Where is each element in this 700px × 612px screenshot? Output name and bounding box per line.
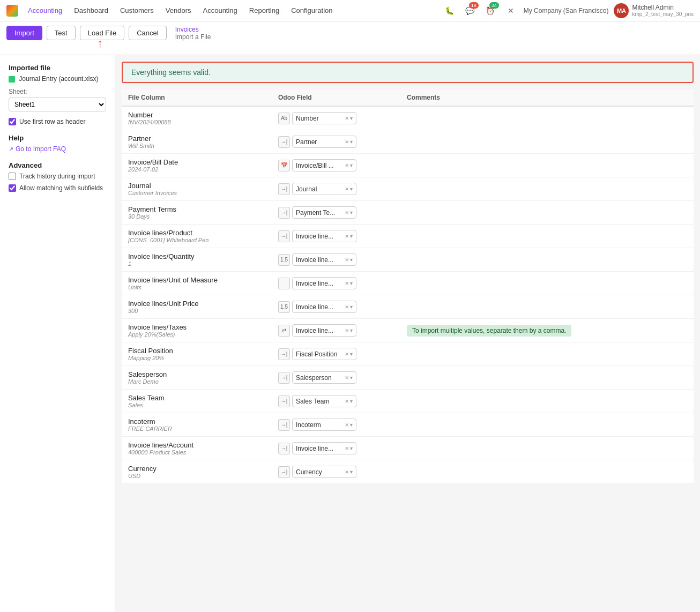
- sheet-label: Sheet:: [9, 88, 106, 95]
- nav-reporting[interactable]: Reporting: [244, 3, 285, 18]
- field-select-box[interactable]: Sales Team × ▾: [292, 395, 356, 407]
- field-select-box[interactable]: Invoice line... × ▾: [292, 442, 356, 454]
- cancel-button[interactable]: Cancel: [129, 26, 166, 40]
- field-dropdown-icon[interactable]: ▾: [350, 115, 353, 121]
- allow-matching-checkbox[interactable]: [9, 184, 16, 192]
- field-clear-icon[interactable]: ×: [344, 138, 350, 146]
- sheet-select[interactable]: Sheet1: [9, 98, 106, 111]
- field-clear-icon[interactable]: ×: [344, 303, 350, 311]
- field-dropdown-icon[interactable]: ▾: [350, 210, 353, 215]
- nav-customers[interactable]: Customers: [115, 3, 159, 18]
- odoo-field-cell: Ab Number × ▾: [272, 106, 400, 130]
- field-select-box[interactable]: Number × ▾: [292, 112, 356, 124]
- field-dropdown-icon[interactable]: ▾: [350, 186, 353, 192]
- field-selector: →| Currency × ▾: [278, 466, 394, 478]
- odoo-field-cell: →| Currency × ▾: [272, 460, 400, 484]
- field-select-box[interactable]: Payment Te... × ▾: [292, 206, 356, 219]
- field-select-box[interactable]: Partner × ▾: [292, 136, 356, 148]
- user-info: MA Mitchell Admin kmp_2_test_may_30_pos: [614, 3, 694, 18]
- field-clear-icon[interactable]: ×: [344, 397, 350, 405]
- field-dropdown-icon[interactable]: ▾: [350, 375, 353, 380]
- table-row: Invoice lines/Account400000 Product Sale…: [122, 437, 694, 460]
- user-sub: kmp_2_test_may_30_pos: [632, 11, 694, 17]
- bug-icon-btn[interactable]: 🐛: [442, 3, 457, 18]
- use-first-row-checkbox[interactable]: [9, 118, 16, 125]
- activity-icon-btn[interactable]: ⏰34: [483, 3, 498, 18]
- field-select-box[interactable]: Journal × ▾: [292, 183, 356, 195]
- odoo-field-cell: 1.5 Invoice line... × ▾: [272, 248, 400, 272]
- file-col-name: Number: [128, 111, 265, 119]
- field-select-text: Sales Team: [296, 398, 344, 405]
- file-col-sample: [CONS_0001] Whiteboard Pen: [128, 237, 265, 243]
- field-dropdown-icon[interactable]: ▾: [350, 398, 353, 404]
- field-clear-icon[interactable]: ×: [344, 161, 350, 169]
- field-select-box[interactable]: Invoice line... × ▾: [292, 253, 356, 266]
- odoo-field-cell: →| Journal × ▾: [272, 177, 400, 201]
- field-select-box[interactable]: Fiscal Position × ▾: [292, 348, 356, 360]
- field-dropdown-icon[interactable]: ▾: [350, 304, 353, 310]
- go-to-faq-link[interactable]: ↗ Go to Import FAQ: [9, 145, 106, 153]
- close-icon-btn[interactable]: ✕: [503, 3, 518, 18]
- field-dropdown-icon[interactable]: ▾: [350, 327, 353, 333]
- comment-cell: [400, 201, 694, 225]
- field-dropdown-icon[interactable]: ▾: [350, 139, 353, 145]
- field-select-box[interactable]: Currency × ▾: [292, 466, 356, 478]
- field-select-text: Fiscal Position: [296, 350, 344, 358]
- field-select-box[interactable]: Invoice line... × ▾: [292, 230, 356, 242]
- field-dropdown-icon[interactable]: ▾: [350, 280, 353, 286]
- field-clear-icon[interactable]: ×: [344, 279, 350, 287]
- field-dropdown-icon[interactable]: ▾: [350, 445, 353, 451]
- field-clear-icon[interactable]: ×: [344, 468, 350, 476]
- field-dropdown-icon[interactable]: ▾: [350, 469, 353, 475]
- load-file-button[interactable]: Load File: [80, 26, 124, 40]
- field-clear-icon[interactable]: ×: [344, 114, 350, 122]
- track-history-checkbox[interactable]: [9, 173, 16, 180]
- test-button[interactable]: Test: [47, 26, 76, 40]
- field-select-box[interactable]: Invoice line... × ▾: [292, 301, 356, 313]
- nav-accounting2[interactable]: Accounting: [198, 3, 243, 18]
- field-dropdown-icon[interactable]: ▾: [350, 351, 353, 357]
- file-col-sample: 1: [128, 260, 265, 267]
- field-clear-icon[interactable]: ×: [344, 444, 350, 452]
- field-clear-icon[interactable]: ×: [344, 350, 350, 358]
- table-row: IncotermFREE CARRIER →| Incoterm × ▾: [122, 413, 694, 437]
- field-type-icon: →|: [278, 395, 290, 407]
- file-col-name: Currency: [128, 465, 265, 473]
- file-col-name: Payment Terms: [128, 205, 265, 213]
- comment-cell: To import multiple values, separate them…: [400, 319, 694, 342]
- field-dropdown-icon[interactable]: ▾: [350, 233, 353, 239]
- field-clear-icon[interactable]: ×: [344, 232, 350, 240]
- mapping-table: File Column Odoo Field Comments NumberIN…: [122, 89, 694, 484]
- field-select-box[interactable]: Salesperson × ▾: [292, 371, 356, 384]
- field-select-box[interactable]: Invoice line... × ▾: [292, 324, 356, 337]
- nav-links: Accounting Dashboard Customers Vendors A…: [23, 3, 442, 18]
- field-clear-icon[interactable]: ×: [344, 374, 350, 382]
- comment-cell: [400, 272, 694, 295]
- field-clear-icon[interactable]: ×: [344, 421, 350, 429]
- file-col-name: Fiscal Position: [128, 347, 265, 355]
- comment-cell: [400, 154, 694, 177]
- odoo-field-cell: →| Incoterm × ▾: [272, 413, 400, 437]
- file-col-name: Invoice lines/Unit Price: [128, 300, 265, 308]
- file-col-cell: Invoice lines/Product[CONS_0001] Whitebo…: [122, 225, 272, 248]
- odoo-field-cell: Invoice line... × ▾: [272, 272, 400, 295]
- field-select-box[interactable]: Invoice/Bill ... × ▾: [292, 159, 356, 171]
- field-clear-icon[interactable]: ×: [344, 256, 350, 264]
- breadcrumb-parent[interactable]: Invoices: [175, 26, 211, 33]
- field-select-box[interactable]: Incoterm × ▾: [292, 419, 356, 431]
- field-select-box[interactable]: Invoice line... × ▾: [292, 277, 356, 289]
- field-dropdown-icon[interactable]: ▾: [350, 257, 353, 263]
- chat-icon-btn[interactable]: 💬19: [463, 3, 478, 18]
- field-dropdown-icon[interactable]: ▾: [350, 162, 353, 168]
- import-button[interactable]: Import: [6, 26, 42, 40]
- nav-configuration[interactable]: Configuration: [286, 3, 338, 18]
- field-clear-icon[interactable]: ×: [344, 326, 350, 334]
- field-clear-icon[interactable]: ×: [344, 208, 350, 217]
- nav-accounting[interactable]: Accounting: [23, 3, 68, 18]
- nav-vendors[interactable]: Vendors: [160, 3, 197, 18]
- table-row: CurrencyUSD →| Currency × ▾: [122, 460, 694, 484]
- allow-matching-row: Allow matching with subfields: [9, 184, 106, 192]
- field-dropdown-icon[interactable]: ▾: [350, 422, 353, 428]
- field-clear-icon[interactable]: ×: [344, 185, 350, 193]
- nav-dashboard[interactable]: Dashboard: [69, 3, 114, 18]
